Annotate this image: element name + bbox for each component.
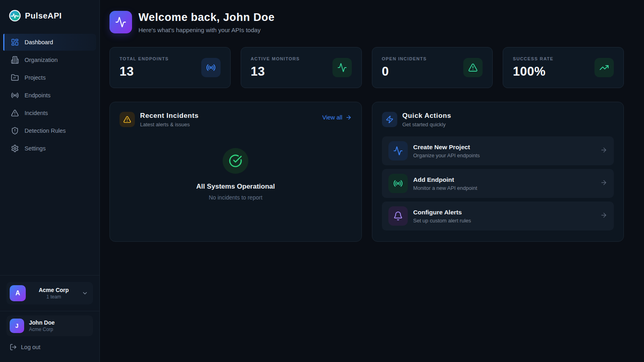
action-create-new-project[interactable]: Create New Project Organize your API end… xyxy=(382,136,614,165)
activity-icon xyxy=(115,16,126,28)
arrow-right-icon xyxy=(600,212,607,220)
empty-state-title: All Systems Operational xyxy=(196,183,275,191)
stat-card-open-incidents: OPEN INCIDENTS 0 xyxy=(372,47,493,88)
quick-actions-icon-tile xyxy=(382,112,397,127)
quick-actions-list: Create New Project Organize your API end… xyxy=(382,136,614,230)
arrow-right-icon xyxy=(600,146,607,155)
user-name: John Doe xyxy=(29,319,55,326)
zap-icon xyxy=(386,115,394,123)
incidents-icon-tile xyxy=(120,112,135,127)
page-subtitle: Here's what's happening with your APIs t… xyxy=(138,27,275,33)
sidebar-item-label: Dashboard xyxy=(25,39,53,45)
stat-icon-tile xyxy=(332,58,352,77)
sidebar-divider xyxy=(0,275,99,276)
stat-label: TOTAL ENDPOINTS xyxy=(120,56,169,61)
sidebar-item-dashboard[interactable]: Dashboard xyxy=(3,34,96,51)
quick-actions-header: Quick Actions Get started quickly xyxy=(382,112,614,128)
incidents-empty-state: All Systems Operational No incidents to … xyxy=(120,128,352,232)
logout-label: Log out xyxy=(21,344,40,350)
radio-icon xyxy=(206,63,216,72)
panel-subtitle: Get started quickly xyxy=(402,121,451,128)
activity-icon xyxy=(337,63,347,72)
sidebar-item-projects[interactable]: Projects xyxy=(3,69,96,86)
user-card[interactable]: J John Doe Acme Corp xyxy=(6,315,93,336)
stat-label: ACTIVE MONITORS xyxy=(251,56,300,61)
arrow-right-icon xyxy=(600,179,607,188)
pulseapi-logo-icon xyxy=(9,10,21,22)
sidebar-item-settings[interactable]: Settings xyxy=(3,140,96,157)
activity-icon xyxy=(393,146,403,156)
action-title: Create New Project xyxy=(413,144,480,151)
pulse-header-icon xyxy=(109,11,132,33)
logout-button[interactable]: Log out xyxy=(6,340,93,354)
alert-triangle-icon xyxy=(468,63,478,72)
action-subtitle: Set up custom alert rules xyxy=(413,218,471,224)
stat-value: 13 xyxy=(120,64,169,79)
sidebar-item-incidents[interactable]: Incidents xyxy=(3,105,96,121)
folder-icon xyxy=(11,74,19,82)
sidebar-item-label: Endpoints xyxy=(25,92,51,99)
stat-card-active-monitors: ACTIVE MONITORS 13 xyxy=(241,47,362,88)
shield-alert-icon xyxy=(11,127,19,135)
bell-icon xyxy=(393,211,403,221)
page-header: Welcome back, John Doe Here's what's hap… xyxy=(109,11,624,33)
stat-card-success-rate: SUCCESS RATE 100% xyxy=(503,47,624,88)
sidebar: PulseAPI Dashboard Organization Projects… xyxy=(0,0,100,362)
arrow-right-icon xyxy=(345,114,352,121)
stat-value: 0 xyxy=(382,64,427,79)
recent-incidents-panel: Recent Incidents Latest alerts & issues … xyxy=(109,102,362,242)
action-title: Add Endpoint xyxy=(413,176,477,183)
stat-card-total-endpoints: TOTAL ENDPOINTS 13 xyxy=(109,47,231,88)
org-avatar: A xyxy=(10,285,26,301)
panels-row: Recent Incidents Latest alerts & issues … xyxy=(109,102,624,242)
action-icon-tile xyxy=(388,141,408,160)
alert-triangle-icon xyxy=(123,115,131,123)
action-title: Configure Alerts xyxy=(413,209,471,216)
sidebar-item-detection-rules[interactable]: Detection Rules xyxy=(3,122,96,139)
action-subtitle: Organize your API endpoints xyxy=(413,152,480,158)
action-add-endpoint[interactable]: Add Endpoint Monitor a new API endpoint xyxy=(382,169,614,198)
incidents-panel-header: Recent Incidents Latest alerts & issues … xyxy=(120,112,352,128)
action-icon-tile xyxy=(388,206,408,226)
empty-state-subtitle: No incidents to report xyxy=(209,194,262,201)
stat-icon-tile xyxy=(201,58,221,77)
brand: PulseAPI xyxy=(0,0,99,31)
stat-label: SUCCESS RATE xyxy=(513,56,553,61)
quick-actions-panel: Quick Actions Get started quickly Create… xyxy=(372,102,624,242)
panel-title: Recent Incidents xyxy=(140,112,199,120)
layout-dashboard-icon xyxy=(11,38,19,46)
alert-triangle-icon xyxy=(11,109,19,117)
building-icon xyxy=(11,56,19,64)
panel-subtitle: Latest alerts & issues xyxy=(140,121,199,128)
action-configure-alerts[interactable]: Configure Alerts Set up custom alert rul… xyxy=(382,202,614,230)
sidebar-item-organization[interactable]: Organization xyxy=(3,51,96,68)
org-switcher[interactable]: A Acme Corp 1 team xyxy=(6,282,93,304)
view-all-link[interactable]: View all xyxy=(322,112,352,121)
org-info: Acme Corp 1 team xyxy=(31,287,77,300)
sidebar-item-label: Settings xyxy=(25,145,45,152)
stat-label: OPEN INCIDENTS xyxy=(382,56,427,61)
radio-icon xyxy=(11,91,19,99)
brand-name: PulseAPI xyxy=(25,11,62,21)
sidebar-item-label: Organization xyxy=(25,57,58,63)
user-org: Acme Corp xyxy=(29,327,55,332)
check-circle-icon xyxy=(229,154,242,168)
stats-grid: TOTAL ENDPOINTS 13 ACTIVE MONITORS 13 OP… xyxy=(109,47,624,88)
stat-value: 13 xyxy=(251,64,300,79)
user-info: John Doe Acme Corp xyxy=(29,319,55,332)
org-name: Acme Corp xyxy=(31,287,77,293)
sidebar-item-label: Detection Rules xyxy=(25,128,66,134)
panel-title: Quick Actions xyxy=(402,112,451,120)
ok-circle xyxy=(223,148,248,174)
stat-value: 100% xyxy=(513,64,553,79)
org-meta: 1 team xyxy=(31,294,77,300)
main-content: Welcome back, John Doe Here's what's hap… xyxy=(100,0,644,362)
radio-icon xyxy=(393,179,403,188)
action-icon-tile xyxy=(388,174,408,193)
sidebar-divider xyxy=(0,311,99,311)
stat-icon-tile xyxy=(594,58,614,77)
stat-icon-tile xyxy=(463,58,483,77)
action-subtitle: Monitor a new API endpoint xyxy=(413,185,477,191)
logout-icon xyxy=(10,343,17,351)
sidebar-item-endpoints[interactable]: Endpoints xyxy=(3,87,96,104)
